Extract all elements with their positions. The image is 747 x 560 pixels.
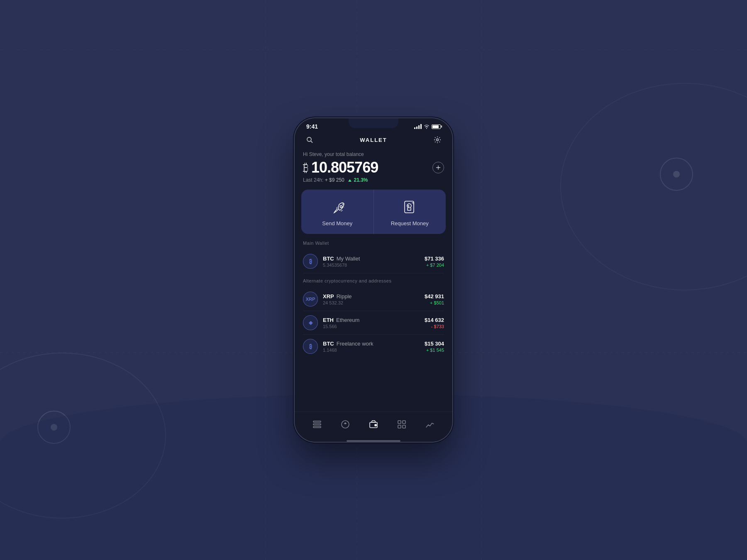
battery-icon bbox=[432, 124, 441, 129]
balance-greeting: Hi Steve, your total balance bbox=[303, 151, 444, 157]
balance-row: ₿ 10.805769 bbox=[303, 159, 444, 176]
nav-send[interactable] bbox=[338, 417, 353, 432]
svg-rect-21 bbox=[313, 426, 321, 428]
btc-change: + $7 204 bbox=[425, 263, 444, 268]
eth-name-row: ETH Ethereum bbox=[323, 317, 420, 323]
btc-amount: 5.34535678 bbox=[323, 263, 420, 268]
btc-freelance-amount: 1.1468 bbox=[323, 348, 420, 353]
xrp-amount: 24 532.32 bbox=[323, 300, 420, 305]
wave-decoration-left bbox=[0, 353, 166, 519]
wallet-item-xrp[interactable]: XRP XRP Ripple 24 532.32 $42 931 + $501 bbox=[303, 287, 444, 311]
signal-icon bbox=[414, 124, 422, 129]
btc-name-row: BTC My Wallet bbox=[323, 256, 420, 262]
header-title: WALLET bbox=[360, 137, 387, 143]
svg-point-5 bbox=[307, 137, 311, 141]
svg-rect-26 bbox=[398, 421, 401, 424]
btc-info: BTC My Wallet 5.34535678 bbox=[323, 256, 420, 268]
svg-rect-27 bbox=[403, 421, 405, 424]
change-percent: 21.3% bbox=[354, 177, 368, 183]
btc-freelance-ticker: BTC bbox=[323, 341, 334, 347]
request-money-label: Request Money bbox=[391, 220, 429, 226]
last24h-label: Last 24h: bbox=[303, 177, 323, 183]
svg-line-6 bbox=[311, 141, 312, 143]
status-time: 9:41 bbox=[306, 123, 318, 130]
phone-screen: 9:41 bbox=[295, 118, 452, 442]
eth-amount: 15.566 bbox=[323, 324, 420, 329]
wallet-item-btc-freelance[interactable]: ₿ BTC Freelance work 1.1468 $15 304 + $1… bbox=[303, 335, 444, 358]
nav-wallet[interactable] bbox=[366, 417, 381, 432]
btc-freelance-icon: ₿ bbox=[303, 339, 318, 354]
wallet-item-btc-main[interactable]: ₿ BTC My Wallet 5.34535678 $71 336 + $7 … bbox=[303, 250, 444, 273]
home-indicator bbox=[347, 440, 400, 442]
xrp-icon: XRP bbox=[303, 292, 318, 307]
nav-list[interactable] bbox=[310, 417, 325, 432]
btc-usd: $71 336 bbox=[425, 256, 444, 262]
send-money-label: Send Money bbox=[322, 220, 352, 226]
svg-rect-20 bbox=[313, 424, 321, 425]
wifi-icon bbox=[424, 124, 430, 129]
svg-text:+: + bbox=[340, 207, 341, 209]
btc-freelance-name-row: BTC Freelance work bbox=[323, 341, 420, 347]
btc-ticker: BTC bbox=[323, 256, 334, 262]
screen-content: WALLET Hi Steve, your total balance ₿ 10… bbox=[295, 130, 452, 411]
balance-change: Last 24h: + $9 250 21.3% bbox=[303, 177, 444, 183]
eth-usd: $14 632 bbox=[425, 317, 444, 323]
change-amount: + $9 250 bbox=[325, 177, 344, 183]
eth-info: ETH Ethereum 15.566 bbox=[323, 317, 420, 329]
svg-line-12 bbox=[337, 207, 337, 208]
balance-number: 10.805769 bbox=[311, 159, 378, 176]
action-buttons: ✦ + + Send Money $ bbox=[301, 190, 446, 234]
xrp-ticker: XRP bbox=[323, 293, 334, 299]
alt-wallet-section: Alternate cryptocurrency and addresses X… bbox=[295, 273, 452, 358]
eth-ticker: ETH bbox=[323, 317, 334, 323]
send-money-button[interactable]: ✦ + + Send Money bbox=[301, 190, 374, 234]
balance-amount: ₿ 10.805769 bbox=[303, 159, 378, 176]
svg-rect-29 bbox=[403, 425, 405, 428]
svg-text:$: $ bbox=[408, 204, 410, 208]
xrp-name-row: XRP Ripple bbox=[323, 293, 420, 299]
btc-currency-icon: ₿ bbox=[303, 161, 309, 175]
btc-freelance-info: BTC Freelance work 1.1468 bbox=[323, 341, 420, 353]
btc-icon: ₿ bbox=[303, 254, 318, 269]
btc-value: $71 336 + $7 204 bbox=[425, 256, 444, 268]
search-button[interactable] bbox=[303, 133, 316, 146]
xrp-name: Ripple bbox=[337, 293, 352, 299]
phone-frame: 9:41 bbox=[295, 118, 452, 442]
svg-rect-25 bbox=[375, 424, 376, 426]
svg-line-11 bbox=[341, 210, 342, 211]
btc-freelance-value: $15 304 + $1 545 bbox=[425, 341, 444, 353]
svg-rect-19 bbox=[313, 421, 321, 422]
svg-text:+: + bbox=[343, 206, 344, 208]
status-icons bbox=[414, 124, 441, 129]
status-bar: 9:41 bbox=[295, 118, 452, 130]
wave-decoration-right bbox=[560, 83, 747, 290]
arrow-up-icon bbox=[348, 177, 354, 183]
send-money-icon: ✦ + + bbox=[327, 197, 347, 217]
main-wallet-label: Main Wallet bbox=[303, 241, 444, 246]
eth-value: $14 632 - $733 bbox=[425, 317, 444, 329]
nav-grid[interactable] bbox=[394, 417, 409, 432]
svg-rect-28 bbox=[398, 425, 401, 428]
eth-name: Ethereum bbox=[336, 317, 359, 323]
xrp-value: $42 931 + $501 bbox=[425, 293, 444, 305]
wallet-item-eth[interactable]: ◈ ETH Ethereum 15.566 $14 632 - $733 bbox=[303, 311, 444, 335]
nav-chart[interactable] bbox=[422, 417, 437, 432]
btc-freelance-name: Freelance work bbox=[337, 341, 374, 347]
circle-decoration-left bbox=[37, 411, 71, 444]
xrp-usd: $42 931 bbox=[425, 293, 444, 299]
btc-freelance-usd: $15 304 bbox=[425, 341, 444, 347]
circle-decoration-right bbox=[660, 158, 693, 191]
btc-name: My Wallet bbox=[337, 256, 360, 262]
balance-section: Hi Steve, your total balance ₿ 10.805769 bbox=[295, 151, 452, 190]
request-money-icon: $ bbox=[400, 197, 420, 217]
eth-change: - $733 bbox=[425, 324, 444, 329]
notch bbox=[349, 118, 398, 128]
alt-wallet-label: Alternate cryptocurrency and addresses bbox=[303, 278, 444, 283]
xrp-info: XRP Ripple 24 532.32 bbox=[323, 293, 420, 305]
settings-button[interactable] bbox=[431, 133, 444, 146]
bottom-nav bbox=[295, 411, 452, 438]
add-wallet-button[interactable] bbox=[432, 162, 444, 173]
svg-point-7 bbox=[437, 139, 439, 141]
request-money-button[interactable]: $ Request Money bbox=[374, 190, 446, 234]
header: WALLET bbox=[295, 130, 452, 151]
